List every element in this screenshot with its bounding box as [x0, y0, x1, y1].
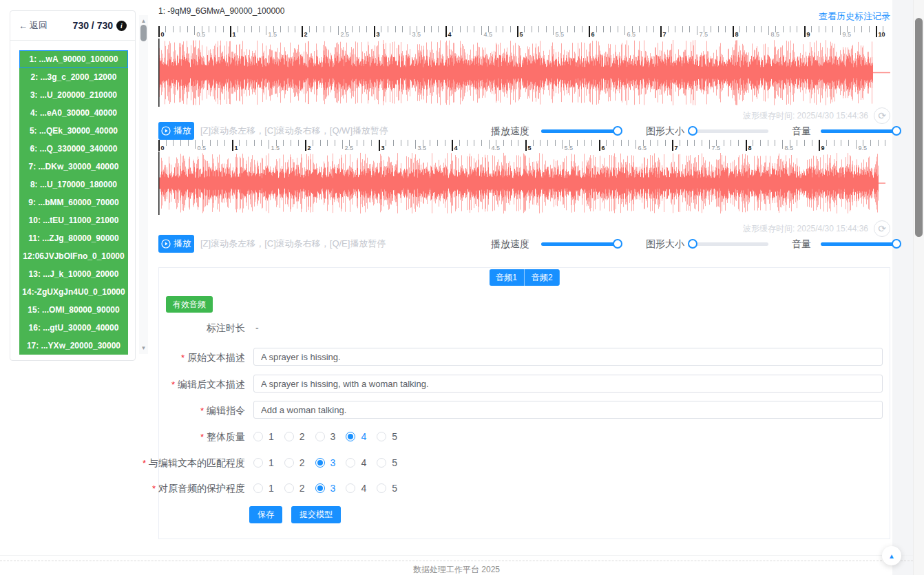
radio-icon: [315, 432, 325, 441]
list-item[interactable]: 2: ...3g_c_2000_12000: [19, 68, 128, 86]
list-item[interactable]: 7: ...DKw_30000_40000: [19, 158, 128, 176]
list-item[interactable]: 9: ...bMM_60000_70000: [19, 194, 128, 211]
radio-icon: [284, 432, 294, 441]
svg-text:10: 10: [879, 31, 885, 38]
waveform-cache-time: 波形缓存时间: 2025/4/30 15:44:36: [743, 223, 868, 235]
page-scrollbar-thumb[interactable]: [915, 18, 923, 237]
rating-option[interactable]: 5: [377, 430, 397, 443]
list-item[interactable]: 4: ...eA0_30000_40000: [19, 104, 128, 122]
list-item[interactable]: 10: ...tEU_11000_21000: [19, 211, 128, 229]
list-item[interactable]: 14:-ZgUXgJn4U0_0_10000: [19, 283, 128, 301]
volume-slider[interactable]: [821, 235, 896, 253]
sidebar-scrollbar[interactable]: ▲ ▼: [139, 15, 148, 354]
rating-option[interactable]: 2: [284, 430, 305, 443]
timeline-ruler[interactable]: 00.511.522.533.544.555.566.577.588.599.5…: [158, 26, 890, 38]
back-to-top-button[interactable]: ▲: [882, 546, 901, 565]
edit-instruction-input[interactable]: [253, 401, 883, 419]
edited-text-input[interactable]: [253, 375, 883, 393]
slider-thumb[interactable]: [613, 239, 622, 249]
radio-icon: [284, 458, 294, 468]
speed-slider[interactable]: [541, 235, 618, 253]
volume-slider[interactable]: [821, 122, 896, 140]
rating-option[interactable]: 4: [346, 457, 366, 469]
graph-size-slider[interactable]: [691, 235, 768, 253]
valid-audio-button[interactable]: 有效音频: [166, 296, 213, 313]
file-panel: ← 返回 730 / 730 i 1: ...wA_90000_1000002:…: [10, 10, 136, 361]
file-panel-header: ← 返回 730 / 730 i: [10, 11, 135, 41]
tab-audio-1[interactable]: 音频1: [489, 269, 525, 286]
rating-option[interactable]: 3: [315, 457, 336, 469]
list-item[interactable]: 12:06JVJbOIFno_0_10000: [19, 247, 128, 265]
original-text-input[interactable]: [253, 348, 883, 366]
play-button[interactable]: 播放: [158, 235, 194, 253]
rating-option[interactable]: 5: [377, 457, 397, 469]
sidebar-scrollbar-thumb[interactable]: [140, 25, 147, 41]
list-item[interactable]: 11: ...ZJg_80000_90000: [19, 229, 128, 247]
slider-thumb[interactable]: [892, 239, 901, 249]
speed-slider[interactable]: [541, 122, 618, 140]
rating-option[interactable]: 3: [315, 430, 336, 443]
waveform-display[interactable]: [158, 151, 885, 215]
svg-text:7: 7: [663, 31, 666, 38]
list-item[interactable]: 17: ...YXw_20000_30000: [19, 337, 128, 355]
player-controls: 播放 [Z]滚动条左移，[C]滚动条右移，[Q/W]播放暂停 播放速度 图形大小…: [158, 122, 905, 140]
rating-option[interactable]: 5: [377, 482, 397, 494]
svg-text:8: 8: [735, 31, 739, 38]
required-asterisk: *: [200, 406, 204, 416]
rating-option[interactable]: 1: [253, 457, 274, 469]
rating-option[interactable]: 2: [284, 457, 305, 469]
svg-text:7.5: 7.5: [700, 31, 708, 38]
list-item[interactable]: 8: ...U_170000_180000: [19, 176, 128, 194]
slider-thumb[interactable]: [613, 126, 622, 136]
submit-model-button[interactable]: 提交模型: [291, 506, 341, 523]
list-item[interactable]: 5: ...QEk_30000_40000: [19, 122, 128, 140]
slider-thumb[interactable]: [892, 126, 901, 136]
list-item[interactable]: 3: ...U_200000_210000: [19, 86, 128, 104]
scroll-down-icon[interactable]: ▼: [139, 345, 148, 351]
rating-option[interactable]: 1: [253, 430, 274, 443]
scroll-up-icon[interactable]: ▲: [139, 18, 148, 24]
radio-icon: [315, 458, 325, 468]
list-item[interactable]: 13: ...J_k_10000_20000: [19, 265, 128, 283]
tab-audio-2[interactable]: 音频2: [525, 269, 560, 286]
audio-preserve-label: 对原音频的保护程度: [158, 483, 245, 494]
overall-quality-label: 整体质量: [207, 431, 245, 442]
list-item[interactable]: 1: ...wA_90000_100000: [19, 50, 128, 68]
original-text-label: 原始文本描述: [187, 352, 245, 363]
history-link[interactable]: 查看历史标注记录: [819, 10, 890, 23]
list-item[interactable]: 16: ...gtU_30000_40000: [19, 319, 128, 337]
page-title: 1: -9qM9_6GMwA_90000_100000: [158, 6, 284, 16]
waveform-display[interactable]: [158, 39, 890, 107]
slider-fill: [821, 242, 896, 246]
required-asterisk: *: [152, 483, 156, 494]
back-to-top-icon: ▲: [888, 552, 895, 560]
rating-option[interactable]: 4: [346, 482, 366, 494]
edited-text-label: 编辑后文本描述: [178, 379, 245, 390]
duration-value: -: [255, 322, 259, 334]
rating-option[interactable]: 1: [253, 482, 274, 494]
rating-option[interactable]: 3: [315, 482, 336, 494]
svg-text:3: 3: [381, 145, 385, 151]
back-arrow-icon: ←: [19, 21, 28, 31]
required-asterisk: *: [200, 432, 204, 442]
audio-preserve-row: *对原音频的保护程度 12345: [159, 482, 890, 494]
rating-option[interactable]: 4: [346, 430, 366, 443]
required-asterisk: *: [143, 458, 146, 468]
info-icon[interactable]: i: [116, 21, 127, 31]
page-scrollbar[interactable]: [913, 0, 924, 575]
slider-thumb[interactable]: [688, 126, 697, 136]
svg-text:9: 9: [807, 31, 810, 38]
slider-track: [691, 242, 768, 246]
svg-text:2.5: 2.5: [341, 31, 350, 38]
list-item[interactable]: 15: ...OMI_80000_90000: [19, 301, 128, 319]
slider-thumb[interactable]: [688, 239, 697, 249]
list-item[interactable]: 6: ...Q_330000_340000: [19, 140, 128, 158]
graph-size-slider[interactable]: [691, 122, 768, 140]
form-actions: 保存 提交模型: [249, 506, 341, 523]
svg-text:0.5: 0.5: [197, 31, 206, 38]
play-button[interactable]: 播放: [158, 122, 194, 140]
save-button[interactable]: 保存: [249, 506, 282, 523]
rating-option[interactable]: 2: [284, 482, 305, 494]
timeline-ruler[interactable]: 00.511.522.533.544.555.566.577.588.599.5: [158, 140, 885, 151]
back-button[interactable]: ← 返回: [19, 19, 48, 32]
